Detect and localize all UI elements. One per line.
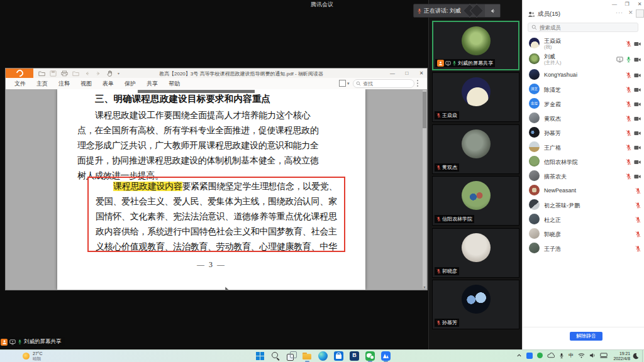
pdf-scrollbar[interactable] [423, 90, 426, 288]
store-icon[interactable] [334, 351, 343, 361]
member-row[interactable]: 刘威(主持人) [523, 52, 644, 67]
hand-tool-icon[interactable] [106, 70, 113, 77]
member-row[interactable]: 孙慕芳 [523, 125, 644, 140]
mic-muted-icon[interactable] [635, 187, 641, 194]
print-icon[interactable] [61, 70, 68, 77]
camera-icon[interactable] [634, 174, 641, 179]
pdf-close-button[interactable]: ✕ [415, 69, 428, 78]
video-tile[interactable]: 王焱焱 [432, 72, 519, 122]
video-tile[interactable]: 黄双杰 [432, 124, 519, 174]
pdf-find-box[interactable] [353, 79, 414, 88]
camera-icon[interactable] [634, 57, 641, 62]
camera-icon[interactable] [634, 102, 641, 107]
meeting-maximize-button[interactable]: ❐ [622, 1, 632, 8]
wechat-mini-icon[interactable] [537, 353, 543, 358]
microphone-icon[interactable] [559, 353, 564, 359]
member-row[interactable]: 信阳农林学院 [523, 154, 644, 169]
member-row[interactable]: 初之茶味-尹鹏 [523, 197, 644, 212]
member-row[interactable]: 清芝陈清芝 [523, 82, 644, 97]
member-row[interactable]: 郭晓彦 [523, 226, 644, 241]
mic-muted-icon[interactable] [626, 86, 631, 93]
camera-icon[interactable] [634, 145, 641, 150]
chevron-up-icon[interactable] [516, 353, 522, 358]
member-row[interactable]: 王子浩 [523, 241, 644, 256]
camera-icon[interactable] [634, 131, 641, 136]
wifi-icon[interactable] [578, 353, 585, 358]
mic-muted-icon[interactable] [626, 173, 631, 180]
member-row[interactable]: 王广格 [523, 140, 644, 155]
camera-icon[interactable] [634, 73, 641, 78]
panel-popout-button[interactable] [636, 9, 644, 18]
mic-muted-icon[interactable] [626, 158, 631, 165]
taskbar-clock[interactable]: 19:21 2022/4/8 [614, 351, 630, 361]
mic-muted-icon[interactable] [635, 231, 641, 238]
night-mode-icon[interactable] [632, 353, 639, 359]
pdf-menu-共享[interactable]: 共享 [147, 80, 158, 88]
pdf-menu-视图[interactable]: 视图 [80, 80, 92, 88]
unmute-button[interactable]: 解除静音 [570, 332, 602, 341]
member-row[interactable]: KongYashuai [523, 67, 644, 82]
save-icon[interactable] [50, 70, 57, 77]
panel-close-button[interactable]: ✕ [628, 9, 633, 16]
member-row[interactable]: NewPeasant [523, 183, 644, 198]
member-row[interactable]: 王焱焱(我) [523, 36, 644, 51]
meeting-minimize-button[interactable]: — [609, 1, 619, 8]
camera-icon[interactable] [634, 116, 641, 121]
weather-widget[interactable]: 27°C 晴朗 [23, 351, 43, 361]
task-view-icon[interactable] [287, 351, 296, 361]
member-row[interactable]: 黄双杰 [523, 111, 644, 126]
pdf-menu-表单[interactable]: 表单 [103, 80, 114, 88]
mic-muted-icon[interactable] [626, 129, 631, 136]
cloud-icon[interactable] [547, 353, 555, 358]
foxit-logo-icon[interactable] [6, 69, 33, 78]
member-row[interactable]: 摘茶农夫 [523, 168, 644, 184]
mic-muted-icon[interactable] [626, 144, 631, 151]
member-row[interactable]: 杜之正 [523, 212, 644, 227]
pdf-minimize-button[interactable]: — [386, 69, 399, 78]
hand-tool-caret[interactable]: ▾ [118, 71, 119, 75]
find-input[interactable] [363, 81, 401, 87]
camera-icon[interactable] [634, 87, 641, 92]
undo-icon[interactable] [84, 70, 91, 77]
pdf-menu-帮助[interactable]: 帮助 [169, 80, 180, 88]
search-icon[interactable] [271, 351, 280, 361]
edge-icon[interactable] [318, 351, 328, 361]
member-row[interactable]: 金霞罗金霞 [523, 96, 644, 111]
member-search-box[interactable] [528, 23, 638, 32]
pdf-menu-保护[interactable]: 保护 [125, 80, 136, 88]
meeting-close-button[interactable]: ✕ [635, 1, 644, 8]
pdf-maximize-button[interactable]: □ [401, 69, 413, 78]
video-tile[interactable]: 刘威的屏幕共享 [432, 21, 519, 70]
video-tile[interactable]: 孙慕芳 [432, 280, 519, 329]
export-icon[interactable] [72, 70, 79, 77]
mic-muted-icon[interactable] [626, 72, 631, 79]
mic-muted-icon[interactable] [626, 115, 631, 122]
video-tile[interactable]: 郭晓彦 [432, 228, 519, 278]
pdf-menu-注释[interactable]: 注释 [58, 80, 70, 88]
camera-icon[interactable] [634, 160, 641, 165]
member-search-input[interactable] [540, 25, 621, 31]
battery-icon[interactable] [600, 353, 608, 358]
input-method-icon[interactable]: 中 [569, 352, 574, 359]
mic-muted-icon[interactable] [635, 202, 641, 209]
view-mode-icon[interactable]: ▾ [339, 80, 350, 87]
scroll-down-arrow[interactable]: ▾ [422, 285, 427, 290]
camera-icon[interactable] [634, 41, 641, 47]
video-tile[interactable]: 信阳农林学院 [432, 176, 519, 226]
mic-muted-icon[interactable] [635, 216, 641, 223]
pdf-menu-主页[interactable]: 主页 [36, 80, 48, 88]
baidu-netdisk-icon[interactable] [350, 351, 359, 361]
tencent-meeting-icon[interactable] [381, 351, 391, 361]
open-file-icon[interactable] [38, 70, 45, 77]
mic-muted-icon[interactable] [635, 245, 641, 252]
volume-icon[interactable] [589, 353, 596, 358]
mic-muted-icon[interactable] [626, 101, 631, 107]
tencent-meeting-mini-icon[interactable] [526, 353, 533, 359]
mic-on-icon[interactable] [626, 56, 631, 63]
mic-muted-icon[interactable] [626, 40, 631, 47]
redo-icon[interactable] [95, 70, 102, 77]
start-icon[interactable] [255, 351, 265, 361]
pdf-menu-文件[interactable]: 文件 [14, 80, 26, 88]
file-explorer-icon[interactable] [303, 351, 312, 361]
wechat-icon[interactable] [365, 351, 375, 361]
